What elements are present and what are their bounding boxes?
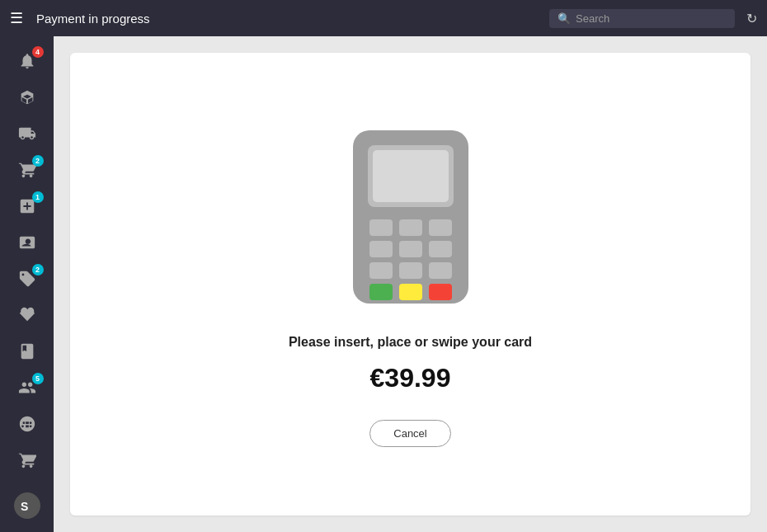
svg-rect-5	[399, 219, 422, 236]
svg-rect-4	[369, 219, 393, 236]
search-icon: 🔍	[558, 12, 571, 25]
pos-terminal-image	[336, 122, 485, 312]
svg-rect-14	[399, 284, 422, 300]
sidebar: 4 2 1 2 5	[0, 36, 54, 532]
sidebar-item-cart2[interactable]	[9, 444, 45, 477]
svg-rect-6	[429, 219, 452, 236]
svg-rect-12	[429, 262, 452, 279]
search-input[interactable]	[576, 12, 727, 25]
main-content: Please insert, place or swipe your card …	[54, 36, 767, 532]
svg-rect-3	[373, 150, 449, 202]
sidebar-item-add[interactable]: 1	[9, 190, 45, 223]
sidebar-item-cart[interactable]: 2	[9, 153, 45, 186]
bell-badge: 4	[32, 46, 44, 58]
sidebar-item-truck[interactable]	[9, 117, 45, 150]
page-title: Payment in progress	[36, 12, 549, 26]
sidebar-item-customer[interactable]	[9, 407, 45, 440]
brand-logo: S	[14, 492, 40, 519]
svg-rect-8	[399, 241, 422, 257]
payment-amount: €39.99	[370, 363, 451, 393]
menu-icon[interactable]: ☰	[10, 9, 23, 27]
refresh-button[interactable]: ↻	[746, 11, 757, 26]
add-badge: 1	[32, 191, 44, 203]
cart-badge: 2	[32, 155, 44, 167]
svg-text:S: S	[21, 500, 28, 513]
search-box: 🔍	[549, 9, 735, 28]
payment-instruction: Please insert, place or swipe your card	[289, 335, 532, 350]
svg-rect-7	[369, 241, 393, 257]
topbar: ☰ Payment in progress 🔍 ↻	[0, 0, 767, 36]
cancel-button[interactable]: Cancel	[369, 420, 450, 447]
users-badge: 5	[32, 373, 44, 384]
sidebar-item-bell[interactable]: 4	[9, 45, 45, 78]
svg-rect-13	[369, 284, 393, 300]
payment-card: Please insert, place or swipe your card …	[70, 53, 751, 516]
sidebar-item-catalog[interactable]	[9, 335, 45, 368]
sidebar-item-users[interactable]: 5	[9, 371, 45, 404]
svg-rect-10	[369, 262, 393, 279]
svg-rect-9	[429, 241, 452, 257]
svg-rect-15	[429, 284, 452, 300]
sidebar-item-box[interactable]	[9, 81, 45, 114]
sidebar-item-service[interactable]	[9, 299, 45, 332]
sidebar-item-id[interactable]	[9, 226, 45, 259]
tag-badge: 2	[32, 264, 44, 275]
sidebar-logo-area: S	[9, 487, 45, 524]
svg-rect-11	[399, 262, 422, 279]
sidebar-item-tag[interactable]: 2	[9, 262, 45, 295]
